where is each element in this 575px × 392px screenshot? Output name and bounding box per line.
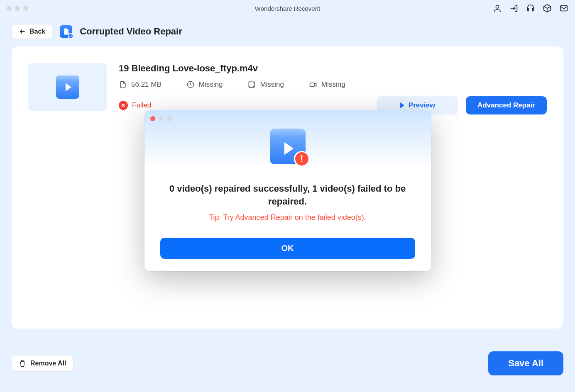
alert-badge-icon: ! [294, 151, 310, 167]
file-info: 19 Bleeding Love-lose_ftyp.m4v 56.21 MB … [119, 63, 547, 114]
minimize-window-button[interactable] [15, 6, 20, 11]
modal-header: ! [144, 110, 431, 168]
play-icon [66, 83, 71, 91]
result-modal: ! 0 video(s) repaired successfully, 1 vi… [144, 110, 431, 271]
page-title: Corrupted Video Repair [80, 26, 182, 37]
back-button[interactable]: Back [12, 24, 52, 39]
trash-icon [19, 360, 26, 367]
modal-message: 0 video(s) repaired successfully, 1 vide… [160, 183, 415, 208]
modal-window-controls [150, 116, 425, 121]
page-header: Back Corrupted Video Repair [0, 17, 575, 46]
package-icon[interactable] [543, 4, 552, 13]
titlebar: Wondershare Recoverit [0, 0, 575, 17]
support-icon[interactable] [526, 4, 535, 13]
play-icon [400, 102, 404, 108]
status-failed: ✕ Failed [119, 101, 151, 110]
modal-icon: ! [270, 129, 306, 164]
login-icon[interactable] [509, 4, 519, 13]
file-row: 19 Bleeding Love-lose_ftyp.m4v 56.21 MB … [28, 63, 547, 114]
svg-rect-4 [310, 83, 315, 86]
file-resolution: Missing [247, 80, 284, 89]
modal-body: 0 video(s) repaired successfully, 1 vide… [144, 168, 431, 271]
maximize-window-button[interactable] [23, 6, 28, 11]
file-thumbnail [28, 63, 107, 111]
advanced-repair-button[interactable]: Advanced Repair [466, 96, 547, 114]
file-name: 19 Bleeding Love-lose_ftyp.m4v [119, 63, 547, 74]
arrow-left-icon [19, 28, 26, 35]
file-camera: Missing [309, 80, 345, 89]
modal-tip: Tip: Try Advanced Repair on the failed v… [160, 213, 415, 222]
window-title: Wondershare Recoverit [255, 5, 320, 12]
error-icon: ✕ [119, 101, 128, 110]
file-size: 56.21 MB [119, 80, 161, 89]
modal-close-button[interactable] [150, 116, 155, 121]
expand-icon [247, 80, 256, 89]
svg-point-0 [496, 5, 499, 8]
ok-button[interactable]: OK [160, 238, 415, 259]
play-icon [284, 142, 294, 155]
account-icon[interactable] [493, 4, 502, 13]
remove-all-button[interactable]: Remove All [12, 355, 73, 372]
file-meta-row: 56.21 MB Missing Missing Missing [119, 80, 547, 89]
video-icon: ! [270, 129, 306, 164]
close-window-button[interactable] [7, 6, 12, 11]
back-label: Back [29, 28, 45, 35]
document-icon [119, 80, 127, 89]
clock-icon [186, 80, 195, 89]
video-icon [56, 75, 79, 99]
footer: Remove All Save All [0, 341, 575, 392]
titlebar-actions [493, 4, 568, 13]
mail-icon[interactable] [559, 4, 568, 13]
window-controls [7, 6, 28, 11]
camera-icon [309, 80, 317, 89]
modal-minimize-button[interactable] [159, 116, 164, 121]
save-all-button[interactable]: Save All [488, 351, 563, 375]
app-icon [60, 25, 72, 38]
refresh-badge-icon [68, 33, 73, 39]
modal-maximize-button[interactable] [167, 116, 172, 121]
file-duration: Missing [186, 80, 223, 89]
